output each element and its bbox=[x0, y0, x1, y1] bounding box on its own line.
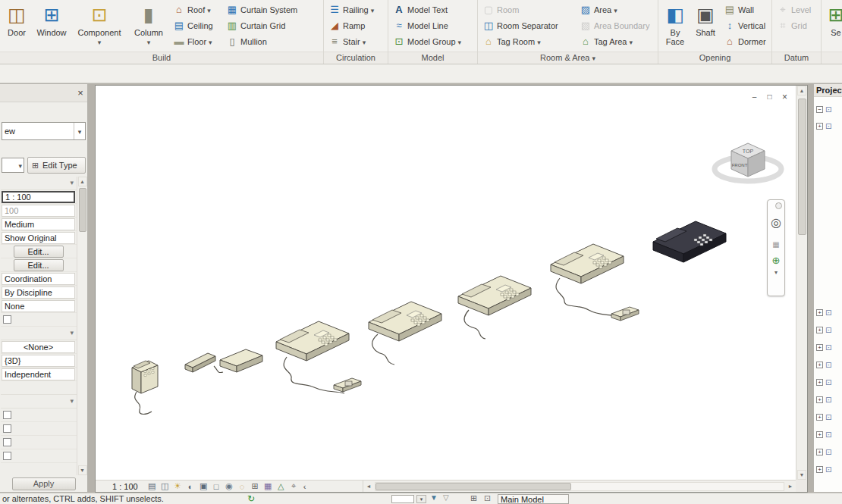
property-group-header[interactable] bbox=[1, 327, 86, 340]
restore-icon[interactable] bbox=[765, 92, 774, 102]
horizontal-scrollbar[interactable]: ◄ ► bbox=[363, 481, 796, 492]
area-boundary-button[interactable]: Area Boundary bbox=[577, 17, 655, 33]
tree-node[interactable] bbox=[816, 308, 831, 317]
design-options-icon[interactable] bbox=[484, 493, 491, 503]
view-name-value[interactable]: {3D} bbox=[2, 355, 75, 367]
properties-header[interactable] bbox=[0, 84, 87, 102]
panel-label-datum[interactable]: Datum bbox=[772, 52, 821, 64]
type-selector-dropdown[interactable] bbox=[74, 123, 85, 139]
dormer-button[interactable]: Dormer bbox=[721, 33, 769, 49]
view-template-value[interactable]: <None> bbox=[2, 341, 75, 353]
ramp-button[interactable]: Ramp bbox=[325, 17, 377, 33]
tree-expand-icon[interactable] bbox=[816, 431, 823, 438]
view-scale-button[interactable]: 1 : 100 bbox=[112, 482, 138, 491]
railing-button[interactable]: Railing bbox=[325, 2, 377, 17]
panel-label-build[interactable]: Build bbox=[0, 52, 323, 64]
scrollbar-thumb[interactable] bbox=[798, 99, 806, 235]
editable-only-filter-icon[interactable] bbox=[430, 493, 438, 502]
sun-path-icon[interactable] bbox=[171, 481, 184, 492]
viewbar-scroll-left-icon[interactable] bbox=[303, 482, 313, 491]
edit-type-button[interactable]: Edit Type bbox=[27, 157, 86, 174]
level-button[interactable]: Level bbox=[774, 2, 814, 17]
phone-model-6[interactable] bbox=[551, 244, 639, 321]
tree-expand-icon[interactable] bbox=[816, 309, 823, 316]
phone-model-4[interactable] bbox=[369, 302, 441, 365]
model-group-button[interactable]: Model Group bbox=[390, 33, 464, 49]
active-design-option-select[interactable]: Main Model bbox=[498, 494, 569, 504]
drawing-canvas[interactable]: TOP FRONT bbox=[96, 86, 796, 480]
scroll-left-icon[interactable]: ◄ bbox=[363, 481, 374, 492]
tag-area-button[interactable]: Tag Area bbox=[577, 33, 655, 49]
tree-expand-icon[interactable] bbox=[816, 396, 823, 403]
tree-node[interactable] bbox=[816, 122, 831, 130]
panel-label-model[interactable]: Model bbox=[388, 52, 477, 64]
property-group-header[interactable] bbox=[1, 177, 86, 190]
crop-view-icon[interactable] bbox=[197, 481, 210, 492]
steering-wheel-icon[interactable] bbox=[771, 215, 781, 230]
sun-path-checkbox[interactable] bbox=[3, 315, 11, 324]
tree-node[interactable] bbox=[816, 413, 831, 421]
visibility-overrides-edit-button[interactable]: Edit... bbox=[14, 246, 64, 258]
scroll-down-icon[interactable]: ▼ bbox=[797, 470, 806, 480]
filter-icon[interactable] bbox=[443, 493, 449, 502]
scroll-down-icon[interactable]: ▼ bbox=[78, 465, 87, 475]
ceiling-button[interactable]: Ceiling bbox=[170, 17, 223, 33]
default-analysis-display-value[interactable]: None bbox=[2, 300, 75, 312]
vertical-button[interactable]: Vertical bbox=[721, 17, 769, 33]
pan-icon[interactable] bbox=[772, 240, 779, 249]
analytical-model-icon[interactable] bbox=[275, 481, 287, 492]
navbar-collapse-icon[interactable] bbox=[775, 202, 782, 209]
model-line-button[interactable]: Model Line bbox=[390, 17, 464, 33]
crop-region-visible-checkbox[interactable] bbox=[3, 424, 11, 433]
column-button[interactable]: Column bbox=[127, 1, 170, 51]
curtain-system-button[interactable]: Curtain System bbox=[223, 2, 311, 17]
parts-visibility-value[interactable]: Show Original bbox=[2, 232, 75, 244]
temporary-hide-isolate-icon[interactable] bbox=[223, 481, 236, 492]
tree-expand-icon[interactable] bbox=[816, 414, 823, 421]
wall-button[interactable]: Wall bbox=[721, 2, 769, 17]
scrollbar-track[interactable] bbox=[375, 482, 784, 491]
door-button[interactable]: Door bbox=[2, 1, 32, 51]
exclude-options-icon[interactable] bbox=[470, 493, 477, 503]
chevron-down-icon[interactable] bbox=[774, 269, 778, 276]
tree-expand-icon[interactable] bbox=[816, 344, 823, 351]
tree-expand-icon[interactable] bbox=[816, 362, 823, 368]
vertical-scrollbar[interactable]: ▲ ▼ bbox=[796, 86, 807, 480]
floor-button[interactable]: Floor bbox=[170, 33, 223, 49]
tree-expand-icon[interactable] bbox=[816, 449, 823, 455]
panel-label-opening[interactable]: Opening bbox=[658, 52, 771, 64]
set-button[interactable]: Se bbox=[823, 1, 842, 51]
collapse-chevron-icon[interactable] bbox=[70, 179, 74, 186]
stair-button[interactable]: Stair bbox=[325, 33, 377, 49]
room-button[interactable]: Room bbox=[479, 2, 577, 17]
constraints-icon[interactable] bbox=[287, 481, 300, 492]
tree-node[interactable] bbox=[816, 430, 831, 439]
project-browser-tree[interactable] bbox=[814, 97, 842, 492]
tree-expand-icon[interactable] bbox=[816, 466, 823, 473]
tree-node[interactable] bbox=[816, 448, 831, 456]
tree-collapse-icon[interactable] bbox=[816, 106, 823, 113]
window-button[interactable]: Window bbox=[32, 1, 71, 51]
apply-button[interactable]: Apply bbox=[12, 477, 76, 490]
scrollbar-thumb[interactable] bbox=[79, 188, 86, 232]
grid-button[interactable]: Grid bbox=[774, 17, 814, 33]
properties-filter-combo[interactable] bbox=[2, 158, 24, 173]
by-face-button[interactable]: By Face bbox=[660, 1, 690, 51]
tree-expand-icon[interactable] bbox=[816, 327, 823, 333]
temporary-view-properties-icon[interactable] bbox=[262, 481, 275, 492]
area-button[interactable]: Area bbox=[577, 2, 655, 17]
tree-node[interactable] bbox=[816, 343, 831, 352]
property-group-header[interactable] bbox=[1, 395, 86, 409]
collapse-chevron-icon[interactable] bbox=[70, 329, 74, 337]
phone-model-1[interactable] bbox=[132, 361, 158, 415]
worksharing-display-icon[interactable] bbox=[249, 481, 262, 492]
visual-style-icon[interactable] bbox=[159, 481, 171, 492]
graphic-display-edit-button[interactable]: Edit... bbox=[14, 259, 64, 271]
tree-node[interactable] bbox=[816, 465, 831, 474]
detail-level-icon[interactable] bbox=[146, 481, 159, 492]
scroll-up-icon[interactable]: ▲ bbox=[797, 86, 806, 95]
tree-node[interactable] bbox=[816, 326, 831, 334]
reveal-hidden-elements-icon[interactable] bbox=[236, 481, 249, 492]
detail-level-value[interactable]: Medium bbox=[2, 218, 75, 230]
phone-model-2[interactable] bbox=[185, 349, 262, 373]
